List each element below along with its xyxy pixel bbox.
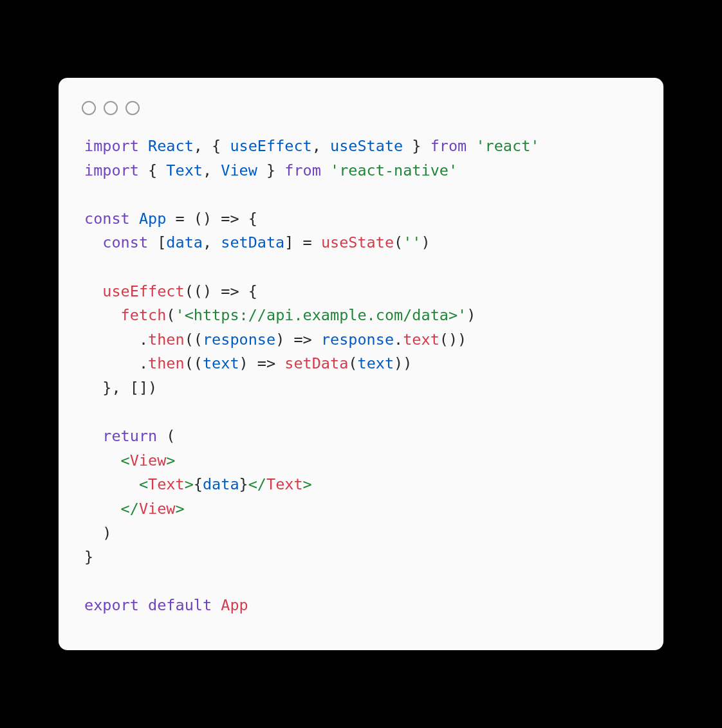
code-token: </ — [248, 475, 266, 493]
code-token: useEffect — [102, 282, 184, 300]
code-token: [ — [157, 233, 166, 251]
code-token: Text — [266, 475, 303, 493]
code-token — [84, 282, 102, 300]
code-token: ()) — [440, 331, 467, 349]
code-line — [84, 183, 638, 207]
code-line: } — [84, 545, 638, 570]
code-token: import — [84, 161, 148, 179]
code-token — [312, 331, 321, 349]
code-line: </View> — [84, 497, 638, 522]
code-token: 'react' — [476, 137, 539, 155]
code-window: import React, { useEffect, useState } fr… — [59, 78, 663, 650]
code-token: 'react-native' — [330, 161, 458, 179]
code-token: => — [293, 331, 311, 349]
code-token: , — [203, 161, 221, 179]
code-token — [84, 475, 139, 493]
code-token: } — [84, 548, 93, 566]
code-token: const — [102, 233, 157, 251]
code-token — [84, 233, 102, 251]
code-token: App — [139, 210, 166, 228]
code-token: export — [84, 596, 148, 614]
code-token: > — [185, 475, 194, 493]
code-line — [84, 570, 638, 594]
code-token: , { — [194, 137, 230, 155]
code-token: ] = — [284, 233, 321, 251]
code-token: useState — [321, 233, 394, 251]
code-line: return ( — [84, 424, 638, 449]
code-token: from — [430, 137, 476, 155]
code-token: data — [203, 475, 239, 493]
code-token: return — [102, 427, 157, 445]
code-token: text — [203, 354, 239, 372]
code-line: fetch('<https://api.example.com/data>') — [84, 304, 638, 328]
code-token: '<https://api.example.com/data>' — [176, 306, 467, 324]
code-token: setData — [284, 354, 348, 372]
code-token: = () — [166, 210, 221, 228]
code-token: React — [148, 137, 194, 155]
code-token: { — [239, 210, 257, 228]
code-token: ( — [394, 233, 403, 251]
code-token: => — [257, 354, 275, 372]
code-token: response — [203, 331, 275, 349]
code-token: < — [121, 451, 130, 469]
code-line — [84, 401, 638, 425]
code-token: . — [394, 331, 403, 349]
code-token — [275, 354, 284, 372]
code-token: Text — [148, 475, 185, 493]
code-token: (( — [185, 354, 203, 372]
code-token: , — [203, 233, 221, 251]
code-token: setData — [221, 233, 284, 251]
code-token: => — [221, 282, 239, 300]
code-token: { — [148, 161, 166, 179]
window-traffic-lights — [59, 96, 663, 134]
code-token: View — [221, 161, 257, 179]
code-line: import { Text, View } from 'react-native… — [84, 159, 638, 183]
code-token: useEffect — [230, 137, 311, 155]
code-token: > — [166, 451, 175, 469]
code-line: import React, { useEffect, useState } fr… — [84, 134, 638, 159]
maximize-icon[interactable] — [125, 101, 140, 115]
code-token: View — [130, 451, 167, 469]
code-token: App — [221, 596, 248, 614]
code-block[interactable]: import React, { useEffect, useState } fr… — [59, 134, 663, 618]
code-token: => — [221, 210, 239, 228]
code-token — [84, 427, 102, 445]
code-token: ) — [84, 524, 111, 542]
code-token: > — [303, 475, 312, 493]
minimize-icon[interactable] — [104, 101, 118, 115]
code-token: , — [312, 137, 330, 155]
code-token — [84, 500, 121, 518]
code-token: > — [175, 500, 184, 518]
code-token: '' — [403, 233, 421, 251]
code-line: ) — [84, 522, 638, 546]
code-token: data — [166, 233, 203, 251]
code-token: ) — [239, 354, 257, 372]
code-line: useEffect(() => { — [84, 280, 638, 304]
code-line — [84, 255, 638, 280]
code-token — [84, 306, 121, 324]
code-line: .then((text) => setData(text)) — [84, 352, 638, 376]
code-token: then — [148, 354, 185, 372]
code-token: . — [84, 331, 148, 349]
code-line: const [data, setData] = useState('') — [84, 231, 638, 255]
code-token: (() — [185, 282, 221, 300]
code-token: View — [139, 500, 176, 518]
code-token: ) — [467, 306, 476, 324]
code-token: ) — [421, 233, 430, 251]
code-token: { — [194, 475, 203, 493]
code-token: response — [321, 331, 394, 349]
code-token: fetch — [121, 306, 167, 324]
close-icon[interactable] — [82, 101, 96, 115]
code-line: .then((response) => response.text()) — [84, 328, 638, 352]
code-token: Text — [166, 161, 203, 179]
code-token: } — [239, 475, 248, 493]
code-token: )) — [394, 354, 412, 372]
code-token: { — [239, 282, 257, 300]
code-token: (( — [185, 331, 203, 349]
code-token: </ — [121, 500, 139, 518]
code-line: const App = () => { — [84, 207, 638, 232]
code-line: }, []) — [84, 376, 638, 401]
code-token: text — [357, 354, 394, 372]
code-token: ( — [348, 354, 357, 372]
code-token: text — [403, 331, 440, 349]
